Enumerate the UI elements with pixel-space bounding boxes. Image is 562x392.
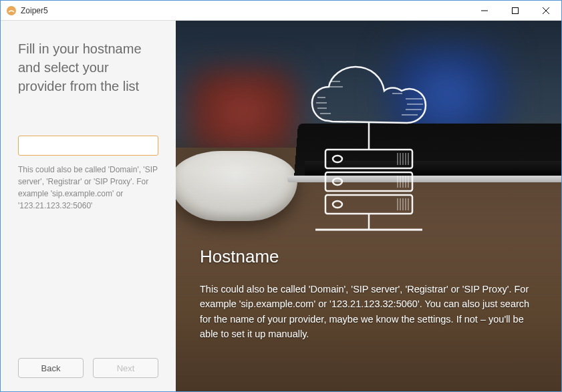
wizard-heading: Fill in your hostname and select your pr… — [18, 39, 158, 95]
helper-text: This could also be called 'Domain', 'SIP… — [18, 164, 158, 212]
next-button[interactable]: Next — [93, 358, 158, 378]
info-block: Hostname This could also be called 'Doma… — [200, 246, 535, 342]
left-panel: Fill in your hostname and select your pr… — [1, 21, 176, 391]
content: Fill in your hostname and select your pr… — [1, 21, 561, 391]
app-window: Zoiper5 Fill in your hostname and select… — [0, 0, 562, 392]
right-panel: Hostname This could also be called 'Doma… — [176, 21, 561, 391]
app-icon — [6, 5, 17, 16]
back-button[interactable]: Back — [18, 358, 84, 378]
app-title: Zoiper5 — [21, 6, 48, 15]
button-row: Back Next — [18, 358, 158, 378]
svg-rect-2 — [513, 7, 519, 13]
minimize-button[interactable] — [469, 1, 500, 20]
titlebar: Zoiper5 — [1, 1, 561, 21]
window-controls — [469, 1, 561, 20]
maximize-button[interactable] — [500, 1, 531, 20]
info-title: Hostname — [200, 246, 535, 267]
close-button[interactable] — [531, 1, 561, 20]
hostname-input[interactable] — [18, 136, 158, 156]
info-body: This could also be called 'Domain', 'SIP… — [200, 282, 535, 342]
